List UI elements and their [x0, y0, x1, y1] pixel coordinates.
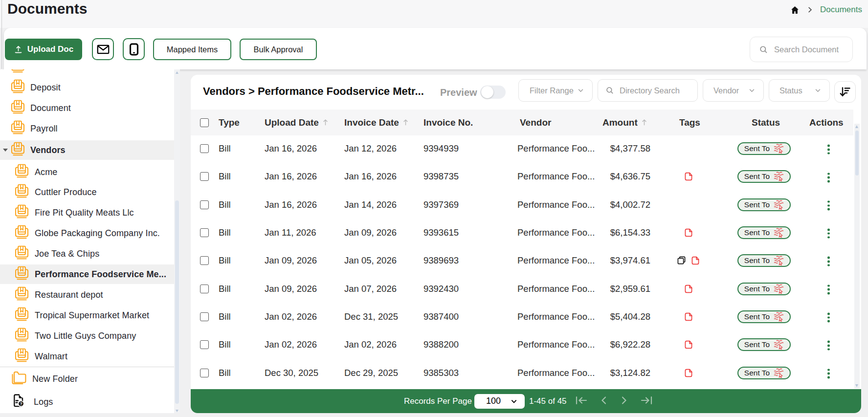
svg-text:?: ? — [20, 401, 22, 406]
